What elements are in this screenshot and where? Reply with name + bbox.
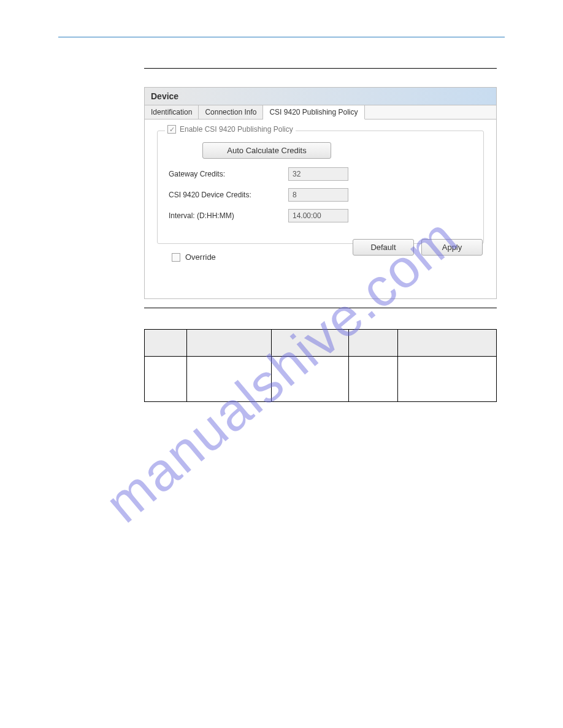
tab-identification[interactable]: Identification [145,105,199,119]
gateway-credits-row: Gateway Credits: [169,167,472,181]
gateway-credits-label: Gateway Credits: [169,170,288,178]
fieldset-legend: ✓ Enable CSI 9420 Publishing Policy [165,125,296,134]
interval-label: Interval: (D:HH:MM) [169,211,288,220]
table-cell [186,357,271,402]
device-credits-row: CSI 9420 Device Credits: [169,188,472,202]
action-buttons: Default Apply [353,239,483,256]
table-header-row [145,330,497,357]
enable-policy-checkbox[interactable]: ✓ [167,125,176,134]
table-header-cell [145,330,187,357]
table-cell [398,357,497,402]
header-rule [58,37,505,37]
tab-body: ✓ Enable CSI 9420 Publishing Policy Auto… [145,119,496,298]
enable-policy-label: Enable CSI 9420 Publishing Policy [180,125,293,134]
panel-title: Device [145,88,496,105]
device-credits-input[interactable] [288,188,348,202]
table-header-cell [271,330,348,357]
data-table [144,329,497,402]
tab-publishing-policy[interactable]: CSI 9420 Publishing Policy [263,105,364,119]
device-credits-label: CSI 9420 Device Credits: [169,191,288,199]
table-cell [145,357,187,402]
policy-fieldset: ✓ Enable CSI 9420 Publishing Policy Auto… [157,131,484,244]
table-cell [271,357,348,402]
table-header-cell [348,330,397,357]
auto-calculate-button[interactable]: Auto Calculate Credits [202,142,331,159]
override-checkbox[interactable]: ✓ [172,253,180,262]
table-header-cell [186,330,271,357]
interval-row: Interval: (D:HH:MM) [169,209,472,222]
apply-button[interactable]: Apply [421,239,483,256]
device-panel: Device Identification Connection Info CS… [144,87,497,299]
tabs-row: Identification Connection Info CSI 9420 … [145,105,496,119]
table-wrap [144,329,497,402]
figure-top-rule [144,68,497,69]
gateway-credits-input[interactable] [288,167,348,181]
override-label: Override [185,252,216,262]
default-button[interactable]: Default [353,239,414,256]
interval-input[interactable] [288,209,348,222]
table-header-cell [398,330,497,357]
table-row [145,357,497,402]
tab-connection-info[interactable]: Connection Info [199,105,263,119]
figure-bottom-rule [144,308,497,308]
table-cell [348,357,397,402]
